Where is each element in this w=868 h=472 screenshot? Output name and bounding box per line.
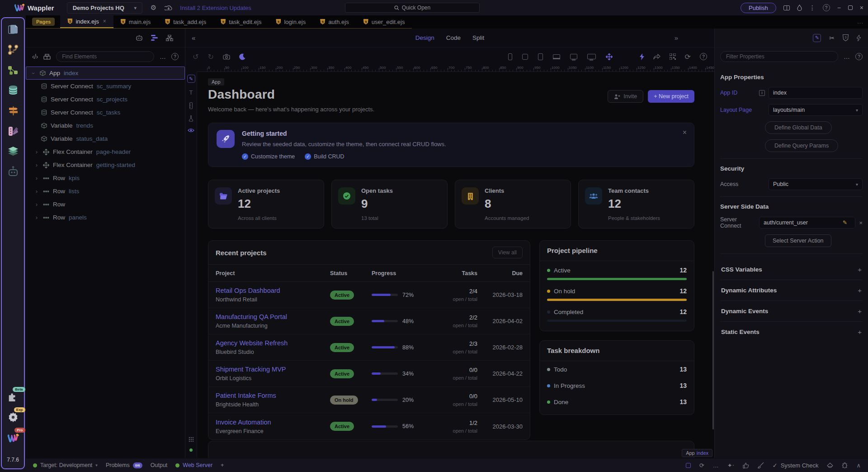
- mode-split[interactable]: Split: [472, 34, 484, 41]
- clear-icon[interactable]: ×: [859, 219, 863, 226]
- minimize-button[interactable]: −: [837, 4, 841, 11]
- server-connect-input[interactable]: [759, 217, 855, 229]
- share-export-icon[interactable]: [653, 54, 660, 60]
- tab-auth[interactable]: 5auth.ejs: [313, 15, 356, 28]
- restore-button[interactable]: [848, 5, 853, 10]
- drag-grid-icon[interactable]: [189, 437, 194, 442]
- laptop-preview-icon[interactable]: [553, 54, 560, 59]
- app-id-input[interactable]: [769, 87, 863, 99]
- edit-properties-icon[interactable]: ✎: [813, 34, 821, 42]
- system-check-button[interactable]: ✓ System Check: [773, 462, 819, 469]
- tree-item-sc-projects[interactable]: Server Connect sc_projects: [26, 93, 185, 106]
- info-icon[interactable]: i: [759, 90, 765, 96]
- thumbs-up-icon[interactable]: [743, 462, 749, 468]
- mode-design[interactable]: Design: [415, 34, 434, 41]
- eraser-icon[interactable]: [827, 462, 833, 468]
- layout-page-select[interactable]: layouts/main ▾: [769, 104, 863, 116]
- tablet-preview-icon[interactable]: [538, 53, 543, 60]
- tab-task-add[interactable]: 5task_add.ejs: [158, 15, 213, 28]
- tree-item-var-trends[interactable]: Variable trends: [26, 119, 185, 132]
- tree-item-row-panels[interactable]: › Row panels: [26, 211, 185, 224]
- tree-item-row[interactable]: › Row: [26, 198, 185, 211]
- more-options-icon[interactable]: …: [713, 462, 719, 469]
- pages-chip[interactable]: Pages: [32, 18, 55, 26]
- find-elements-input[interactable]: [56, 51, 154, 62]
- publish-button[interactable]: Publish: [741, 3, 776, 13]
- help-icon[interactable]: ?: [171, 53, 179, 60]
- tree-view-icon[interactable]: [166, 35, 173, 41]
- tab-task-edit[interactable]: 5task_edit.ejs: [213, 15, 269, 28]
- table-row[interactable]: Invoice AutomationEvergreen Finance Acti…: [208, 413, 530, 439]
- help-icon[interactable]: ?: [855, 53, 863, 60]
- tree-item-app-index[interactable]: › App index: [26, 67, 185, 80]
- routes-icon[interactable]: [6, 104, 20, 118]
- kebab-menu-icon[interactable]: ⋮: [809, 4, 816, 11]
- refresh-icon[interactable]: ⟳: [685, 52, 691, 61]
- text-tool-icon[interactable]: T: [189, 89, 193, 96]
- experiments-flask-icon[interactable]: [188, 115, 194, 122]
- stop-icon[interactable]: [686, 463, 691, 468]
- bolt-icon[interactable]: [857, 35, 861, 41]
- tab-main[interactable]: 5main.ejs: [113, 15, 158, 28]
- collapse-chevron-icon[interactable]: ∧: [856, 462, 861, 469]
- table-row[interactable]: Retail Ops DashboardNorthwind Retail Act…: [208, 282, 530, 308]
- view-all-button[interactable]: View all: [492, 247, 523, 258]
- check-build-crud[interactable]: ✓Build CRUD: [305, 153, 344, 160]
- table-row[interactable]: Patient Intake FormsBrightside Health On…: [208, 387, 530, 413]
- large-desktop-preview-icon[interactable]: [587, 54, 596, 59]
- group-dynamic-attributes[interactable]: Dynamic Attributes +: [720, 281, 863, 300]
- components-palette-icon[interactable]: [43, 53, 51, 60]
- list-view-icon[interactable]: [151, 35, 158, 41]
- bolt-icon[interactable]: [640, 53, 644, 60]
- add-icon[interactable]: +: [858, 286, 862, 294]
- tree-item-flex-page-header[interactable]: › Flex Container page-header: [26, 145, 185, 158]
- tree-item-sc-tasks[interactable]: Server Connect sc_tasks: [26, 106, 185, 119]
- output-button[interactable]: Output: [151, 462, 168, 468]
- chevron-right-icon[interactable]: ›: [34, 175, 39, 181]
- redo-icon[interactable]: ↻: [208, 52, 213, 61]
- code-view-icon[interactable]: ‹/›: [32, 53, 38, 60]
- extensions-icon[interactable]: Beta: [6, 390, 20, 404]
- quick-open[interactable]: Quick Open: [345, 3, 480, 13]
- edit-pencil-icon[interactable]: ✎: [187, 75, 195, 83]
- assistant-robot-icon[interactable]: [6, 165, 20, 179]
- chevron-right-icon[interactable]: ›: [34, 201, 39, 208]
- group-css-variables[interactable]: CSS Variables +: [720, 260, 863, 279]
- chevron-right-icon[interactable]: ›: [34, 149, 39, 155]
- group-dynamic-events[interactable]: Dynamic Events +: [720, 302, 863, 320]
- close-icon[interactable]: ×: [683, 129, 687, 137]
- check-customize-theme[interactable]: ✓Customize theme: [242, 153, 295, 160]
- sparkles-icon[interactable]: ✦⋅: [727, 462, 734, 469]
- qr-code-icon[interactable]: [670, 53, 676, 60]
- tree-item-sc-summary[interactable]: Server Connect sc_summary: [26, 80, 185, 93]
- undo-icon[interactable]: ↺: [193, 52, 198, 61]
- project-link[interactable]: Retail Ops Dashboard: [216, 287, 330, 294]
- table-row[interactable]: Agency Website RefreshBluebird Studio Ac…: [208, 334, 530, 361]
- pages-icon[interactable]: [6, 23, 20, 36]
- chevron-right-icon[interactable]: ›: [34, 188, 39, 195]
- tree-item-row-kpis[interactable]: › Row kpis: [26, 172, 185, 185]
- collapse-right-icon[interactable]: »: [675, 34, 678, 42]
- edit-pencil-icon[interactable]: ✎: [843, 219, 847, 226]
- extension-updates-link[interactable]: Install 2 Extension Updates: [180, 5, 251, 11]
- split-panels-icon[interactable]: [783, 5, 790, 10]
- chevron-down-icon[interactable]: ›: [31, 70, 36, 76]
- target-selector[interactable]: Target: Development ▾: [33, 462, 98, 468]
- problems-button[interactable]: Problems 0/6: [106, 462, 142, 468]
- screenshot-camera-icon[interactable]: [223, 54, 230, 60]
- project-link[interactable]: Invoice Automation: [216, 419, 330, 426]
- tab-overflow-menu[interactable]: ...: [857, 18, 863, 25]
- chevron-right-icon[interactable]: ›: [34, 215, 39, 221]
- scissors-icon[interactable]: ✂: [829, 34, 835, 42]
- bug-icon[interactable]: [842, 462, 848, 468]
- brush-icon[interactable]: [758, 462, 764, 468]
- ruler-tool-icon[interactable]: [189, 102, 193, 109]
- database-icon[interactable]: [6, 84, 20, 97]
- more-options-icon[interactable]: …: [160, 53, 166, 60]
- small-tablet-preview-icon[interactable]: [522, 54, 528, 60]
- theme-droplet-icon[interactable]: [797, 5, 802, 11]
- web-server-button[interactable]: Web Server: [175, 462, 212, 468]
- tree-item-flex-getting-started[interactable]: › Flex Container getting-started: [26, 158, 185, 172]
- add-icon[interactable]: +: [858, 328, 862, 336]
- add-icon[interactable]: +: [858, 307, 862, 315]
